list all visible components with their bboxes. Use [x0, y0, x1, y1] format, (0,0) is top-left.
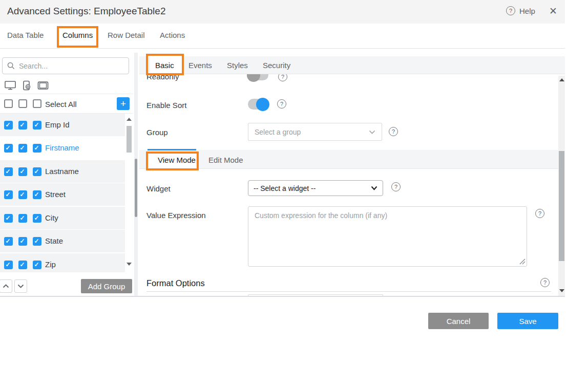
- select-all-checkbox-mobile[interactable]: [18, 99, 27, 108]
- move-column-down-button[interactable]: [14, 279, 27, 293]
- save-button[interactable]: Save: [497, 313, 558, 329]
- column-row-city[interactable]: City: [0, 207, 125, 229]
- column-name: Lastname: [45, 160, 79, 183]
- select-all-checkbox-tablet[interactable]: [33, 99, 41, 108]
- readonly-help-icon[interactable]: ?: [278, 74, 287, 81]
- widget-select-value: -- Select a widget --: [254, 184, 316, 192]
- group-dropdown[interactable]: Select a group: [248, 123, 382, 141]
- search-field[interactable]: [2, 57, 129, 74]
- checkbox-desktop[interactable]: [4, 121, 13, 129]
- chevron-up-icon: [3, 284, 9, 288]
- column-name: Emp Id: [45, 114, 70, 136]
- search-input[interactable]: [19, 62, 121, 70]
- cancel-button[interactable]: Cancel: [428, 313, 489, 329]
- widget-label: Widget: [146, 184, 171, 193]
- select-all-row: Select All +: [0, 94, 133, 114]
- column-name: Street: [45, 183, 66, 206]
- checkbox-tablet[interactable]: [33, 144, 41, 153]
- checkbox-mobile[interactable]: [18, 261, 27, 269]
- device-toggle-row: [0, 77, 133, 94]
- mobile-icon[interactable]: [21, 80, 32, 91]
- select-all-label: Select All: [45, 100, 77, 109]
- readonly-toggle[interactable]: [248, 74, 268, 80]
- tab-actions[interactable]: Actions: [160, 31, 185, 39]
- tab-row-detail[interactable]: Row Detail: [108, 31, 145, 39]
- help-label: Help: [519, 7, 535, 15]
- tab-styles[interactable]: Styles: [227, 61, 248, 70]
- panel-scroll-down-icon[interactable]: [559, 289, 564, 292]
- checkbox-tablet[interactable]: [33, 167, 41, 176]
- tab-view-mode[interactable]: View Mode: [158, 156, 196, 164]
- panel-scroll-up-icon[interactable]: [559, 78, 564, 81]
- advanced-settings-dialog: Advanced Settings: EmployeeTable2 ? Help…: [0, 0, 588, 367]
- column-name: Firstname: [45, 137, 79, 159]
- tablet-icon[interactable]: [37, 80, 49, 91]
- value-expression-input[interactable]: [248, 206, 527, 267]
- tab-columns[interactable]: Columns: [62, 31, 93, 39]
- column-row-lastname[interactable]: Lastname: [0, 160, 125, 183]
- tab-data-table[interactable]: Data Table: [7, 31, 44, 39]
- widget-select[interactable]: -- Select a widget --: [248, 180, 383, 196]
- help-icon: ?: [506, 6, 515, 15]
- tab-events[interactable]: Events: [188, 61, 212, 70]
- enable-sort-label: Enable Sort: [146, 101, 186, 110]
- dialog-bottom-border: [0, 296, 565, 297]
- widget-help-icon[interactable]: ?: [391, 182, 401, 191]
- column-list-scroll-thumb[interactable]: [127, 126, 132, 153]
- value-expression-help-icon[interactable]: ?: [535, 209, 544, 218]
- checkbox-mobile[interactable]: [18, 121, 27, 129]
- dialog-title: Advanced Settings: EmployeeTable2: [7, 6, 165, 17]
- desktop-icon[interactable]: [4, 80, 16, 91]
- move-column-up-button[interactable]: [0, 279, 12, 293]
- tab-security[interactable]: Security: [263, 61, 290, 70]
- checkbox-desktop[interactable]: [4, 190, 13, 199]
- checkbox-desktop[interactable]: [4, 214, 13, 223]
- tab-basic[interactable]: Basic: [155, 61, 174, 70]
- tab-edit-mode[interactable]: Edit Mode: [208, 156, 243, 164]
- format-options-divider: [146, 291, 551, 292]
- search-icon: [7, 62, 15, 70]
- column-name: Zip: [45, 253, 56, 272]
- checkbox-desktop[interactable]: [4, 144, 13, 153]
- chevron-down-icon: [17, 284, 24, 288]
- column-row-street[interactable]: Street: [0, 183, 125, 206]
- checkbox-desktop[interactable]: [4, 237, 13, 246]
- panel-scroll-thumb[interactable]: [559, 151, 564, 261]
- column-row-emp-id[interactable]: Emp Id: [0, 114, 125, 136]
- enable-sort-help-icon[interactable]: ?: [277, 99, 286, 109]
- readonly-label: Readonly: [146, 74, 179, 81]
- close-icon[interactable]: ✕: [549, 5, 557, 17]
- checkbox-desktop[interactable]: [4, 167, 13, 176]
- panel-splitter-thumb[interactable]: [135, 159, 137, 217]
- enable-sort-toggle[interactable]: [248, 99, 268, 110]
- sidebar-bottom-bar: Add Group: [0, 272, 133, 296]
- column-row-zip[interactable]: Zip: [0, 253, 125, 272]
- add-group-button[interactable]: Add Group: [81, 279, 132, 293]
- value-expression-label: Value Expression: [146, 211, 206, 220]
- checkbox-mobile[interactable]: [18, 144, 27, 153]
- column-name: City: [45, 207, 58, 229]
- scroll-down-icon[interactable]: [127, 263, 132, 266]
- checkbox-mobile[interactable]: [18, 214, 27, 223]
- group-dropdown-placeholder: Select a group: [255, 128, 301, 136]
- scroll-up-icon[interactable]: [127, 118, 132, 121]
- chevron-down-icon: [369, 130, 375, 134]
- checkbox-mobile[interactable]: [18, 167, 27, 176]
- checkbox-tablet[interactable]: [33, 121, 41, 129]
- checkbox-mobile[interactable]: [18, 237, 27, 246]
- help-button[interactable]: ? Help: [506, 6, 535, 15]
- group-help-icon[interactable]: ?: [389, 127, 398, 136]
- checkbox-mobile[interactable]: [18, 190, 27, 199]
- column-row-firstname[interactable]: Firstname: [0, 137, 125, 159]
- column-name: State: [45, 230, 63, 252]
- select-all-checkbox-desktop[interactable]: [4, 99, 13, 108]
- checkbox-tablet[interactable]: [33, 261, 41, 269]
- checkbox-tablet[interactable]: [33, 214, 41, 223]
- checkbox-tablet[interactable]: [33, 190, 41, 199]
- format-options-help-icon[interactable]: ?: [540, 278, 550, 287]
- checkbox-tablet[interactable]: [33, 237, 41, 246]
- column-row-state[interactable]: State: [0, 230, 125, 252]
- checkbox-desktop[interactable]: [4, 261, 13, 269]
- add-column-button[interactable]: +: [117, 97, 130, 110]
- format-options-heading: Format Options: [146, 278, 205, 288]
